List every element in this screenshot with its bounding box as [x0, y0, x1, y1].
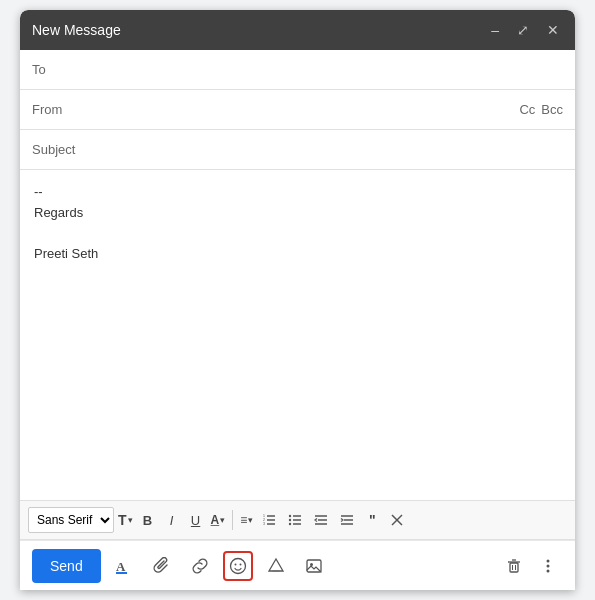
indent-less-button[interactable] [309, 507, 333, 533]
body-area[interactable]: -- Regards Preeti Seth [20, 170, 575, 500]
ordered-list-button[interactable]: 123 [257, 507, 281, 533]
action-bar: Send A [20, 540, 575, 590]
photos-button[interactable] [299, 551, 329, 581]
formatting-toolbar: Sans Serif T ▾ B I U A ▾ ≡ ▾ 123 " [20, 500, 575, 540]
font-color-dropdown[interactable]: A ▾ [209, 510, 228, 530]
font-size-chevron: ▾ [128, 515, 133, 525]
bcc-button[interactable]: Bcc [541, 102, 563, 117]
unordered-list-button[interactable] [283, 507, 307, 533]
unordered-list-icon [288, 513, 302, 527]
window-title: New Message [32, 22, 121, 38]
svg-point-28 [310, 563, 313, 566]
subject-input[interactable] [82, 134, 563, 165]
compose-window: New Message – ⤢ ✕ To From Cc Bcc Subject [20, 10, 575, 590]
font-size-dropdown[interactable]: T ▾ [116, 509, 135, 531]
blockquote-button[interactable]: " [361, 507, 383, 533]
bold-button[interactable]: B [137, 507, 159, 533]
from-label: From [32, 102, 82, 117]
indent-less-icon [314, 513, 328, 527]
format-text-button[interactable]: A [109, 551, 139, 581]
remove-format-icon [390, 513, 404, 527]
cc-bcc-controls: Cc Bcc [519, 102, 563, 117]
title-bar: New Message – ⤢ ✕ [20, 10, 575, 50]
attach-icon [153, 557, 171, 575]
ordered-list-icon: 123 [262, 513, 276, 527]
svg-marker-25 [269, 559, 283, 571]
sender-name: Preeti Seth [34, 244, 561, 265]
insert-link-button[interactable] [185, 551, 215, 581]
toolbar-separator-1 [232, 510, 233, 530]
align-dropdown[interactable]: ≡ ▾ [238, 510, 255, 530]
action-bar-right [499, 551, 563, 581]
drive-button[interactable] [261, 551, 291, 581]
link-icon [191, 557, 209, 575]
regards-text: Regards [34, 203, 561, 224]
svg-point-34 [547, 559, 550, 562]
header-fields: To From Cc Bcc Subject [20, 50, 575, 170]
attach-file-button[interactable] [147, 551, 177, 581]
indent-more-icon [340, 513, 354, 527]
svg-point-6 [289, 515, 291, 517]
photos-icon [305, 557, 323, 575]
font-color-chevron: ▾ [220, 515, 225, 525]
svg-point-36 [547, 569, 550, 572]
emoji-button[interactable] [223, 551, 253, 581]
svg-point-10 [289, 523, 291, 525]
svg-point-23 [234, 563, 236, 565]
underline-button[interactable]: U [185, 507, 207, 533]
svg-text:3: 3 [263, 522, 265, 526]
font-color-label: A [211, 513, 220, 527]
signature-block: -- Regards Preeti Seth [34, 182, 561, 265]
trash-icon [505, 557, 523, 575]
to-label: To [32, 62, 82, 77]
subject-label: Subject [32, 142, 82, 157]
subject-row: Subject [20, 130, 575, 170]
emoji-icon [229, 557, 247, 575]
to-input[interactable] [82, 54, 563, 85]
svg-point-8 [289, 519, 291, 521]
more-options-button[interactable] [533, 551, 563, 581]
title-bar-controls: – ⤢ ✕ [487, 21, 563, 39]
svg-point-24 [239, 563, 241, 565]
signature-dashes: -- [34, 182, 561, 203]
font-size-icon: T [118, 512, 127, 528]
cc-button[interactable]: Cc [519, 102, 535, 117]
to-row: To [20, 50, 575, 90]
format-text-icon: A [115, 557, 133, 575]
align-icon: ≡ [240, 513, 247, 527]
drive-icon [267, 557, 285, 575]
from-row: From Cc Bcc [20, 90, 575, 130]
remove-formatting-button[interactable] [385, 507, 409, 533]
font-family-select[interactable]: Sans Serif [28, 507, 114, 533]
svg-point-22 [230, 558, 245, 573]
minimize-button[interactable]: – [487, 21, 503, 39]
indent-more-button[interactable] [335, 507, 359, 533]
close-button[interactable]: ✕ [543, 21, 563, 39]
from-input[interactable] [82, 94, 519, 125]
delete-button[interactable] [499, 551, 529, 581]
svg-rect-29 [510, 563, 518, 572]
align-chevron: ▾ [248, 515, 253, 525]
more-vert-icon [539, 557, 557, 575]
svg-text:A: A [116, 559, 126, 574]
send-button[interactable]: Send [32, 549, 101, 583]
maximize-button[interactable]: ⤢ [513, 21, 533, 39]
svg-point-35 [547, 564, 550, 567]
italic-button[interactable]: I [161, 507, 183, 533]
